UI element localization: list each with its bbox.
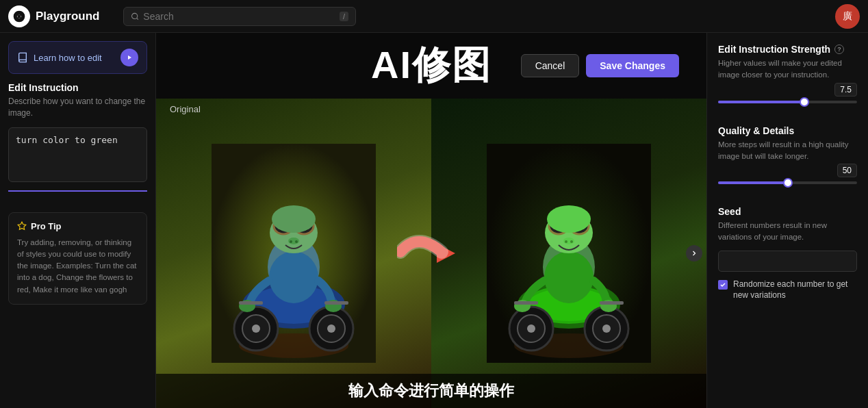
save-changes-button[interactable]: Save Changes	[586, 54, 679, 77]
svg-point-60	[565, 240, 567, 243]
chevron-right-button[interactable]	[686, 245, 702, 262]
book-icon	[17, 52, 28, 63]
svg-point-2	[132, 13, 138, 18]
star-icon	[17, 221, 27, 231]
cancel-button[interactable]: Cancel	[521, 54, 580, 77]
original-label: Original	[170, 104, 201, 114]
svg-point-16	[269, 251, 318, 303]
pro-tip-box: Pro Tip Try adding, removing, or thinkin…	[8, 212, 147, 305]
svg-marker-4	[18, 222, 26, 229]
pro-tip-label: Pro Tip	[31, 221, 62, 231]
quality-desc: More steps will result in a high quality…	[718, 139, 857, 163]
quality-title: Quality & Details	[718, 125, 857, 136]
svg-point-30	[290, 240, 292, 243]
quality-slider-fill	[718, 181, 788, 184]
edit-instruction-desc: Describe how you want to change the imag…	[8, 96, 147, 119]
seed-desc: Different numbers result in new variatio…	[718, 220, 857, 244]
pro-tip-text: Try adding, removing, or thinking of sty…	[17, 237, 138, 296]
svg-marker-3	[128, 55, 131, 60]
frog-scene: 输入命令进行简单的操作	[156, 99, 706, 408]
search-icon	[131, 12, 139, 21]
edit-instruction-section: Edit Instruction Describe how you want t…	[8, 82, 147, 119]
randomize-label: Randomize each number to get new variati…	[733, 279, 857, 302]
logo-area: Playground	[8, 5, 118, 27]
svg-point-28	[272, 205, 316, 233]
pro-tip-title: Pro Tip	[17, 221, 138, 231]
seed-section: Seed Different numbers result in new var…	[718, 206, 857, 301]
image-area: Original	[156, 99, 706, 408]
svg-point-46	[544, 251, 593, 303]
svg-point-11	[327, 324, 335, 333]
search-bar[interactable]: /	[123, 7, 356, 26]
svg-rect-26	[239, 301, 263, 305]
strength-value: 7.5	[834, 83, 857, 97]
top-actions: Cancel Save Changes	[521, 54, 679, 77]
sidebar: Learn how to edit Edit Instruction Descr…	[0, 33, 156, 408]
search-input[interactable]	[143, 11, 335, 22]
edit-instruction-title: Edit Instruction	[8, 82, 147, 93]
subtitle-text: 输入命令进行简单的操作	[348, 382, 514, 399]
strength-info-icon[interactable]: ?	[834, 44, 844, 54]
svg-point-58	[547, 205, 591, 233]
logo-icon	[8, 5, 30, 27]
center-top: AI修图 Cancel Save Changes	[156, 33, 706, 99]
right-panel: Edit Instruction Strength ? Higher value…	[706, 33, 868, 408]
frog-green-svg	[487, 144, 651, 363]
svg-point-61	[570, 240, 573, 243]
svg-point-31	[295, 240, 298, 243]
avatar[interactable]: 廣	[835, 4, 860, 29]
strength-slider[interactable]	[718, 101, 857, 103]
seed-title: Seed	[718, 206, 857, 217]
play-button[interactable]	[120, 49, 138, 66]
quality-value: 50	[837, 164, 857, 177]
frog-right-panel	[431, 99, 706, 408]
randomize-checkbox[interactable]	[718, 280, 728, 290]
svg-rect-27	[324, 301, 348, 305]
svg-point-41	[602, 324, 611, 333]
quality-slider-thumb[interactable]	[783, 178, 793, 188]
svg-point-44	[527, 324, 535, 333]
quality-slider[interactable]	[718, 181, 857, 184]
subtitle-bar: 输入命令进行简单的操作	[156, 374, 706, 408]
strength-section: Edit Instruction Strength ? Higher value…	[718, 44, 857, 112]
svg-rect-56	[514, 301, 538, 305]
play-icon	[126, 54, 133, 61]
instruction-textarea[interactable]: turn color to green	[8, 127, 147, 182]
learn-btn-left: Learn how to edit	[17, 52, 102, 63]
frog-blue-svg	[212, 144, 376, 363]
search-shortcut: /	[340, 12, 348, 21]
randomize-row: Randomize each number to get new variati…	[718, 279, 857, 302]
svg-point-14	[252, 324, 260, 333]
cursor-area	[8, 190, 147, 204]
quality-section: Quality & Details More steps will result…	[718, 125, 857, 193]
strength-slider-thumb[interactable]	[800, 97, 809, 107]
learn-how-to-edit-button[interactable]: Learn how to edit	[8, 41, 147, 74]
svg-point-1	[18, 14, 21, 18]
seed-input[interactable]	[718, 251, 857, 272]
svg-rect-57	[600, 301, 624, 305]
strength-slider-fill	[718, 101, 804, 103]
header: Playground / 廣	[0, 0, 868, 33]
checkmark-icon	[719, 281, 726, 288]
logo-text: Playground	[36, 10, 100, 23]
frog-left-panel	[156, 99, 431, 408]
ai-title: AI修图	[371, 40, 492, 92]
strength-desc: Higher values will make your edited imag…	[718, 58, 857, 81]
strength-title: Edit Instruction Strength ?	[718, 44, 857, 55]
learn-btn-label: Learn how to edit	[34, 53, 102, 63]
main: Learn how to edit Edit Instruction Descr…	[0, 33, 868, 408]
center-panel: AI修图 Cancel Save Changes Original	[156, 33, 706, 408]
chevron-right-icon	[690, 249, 698, 257]
